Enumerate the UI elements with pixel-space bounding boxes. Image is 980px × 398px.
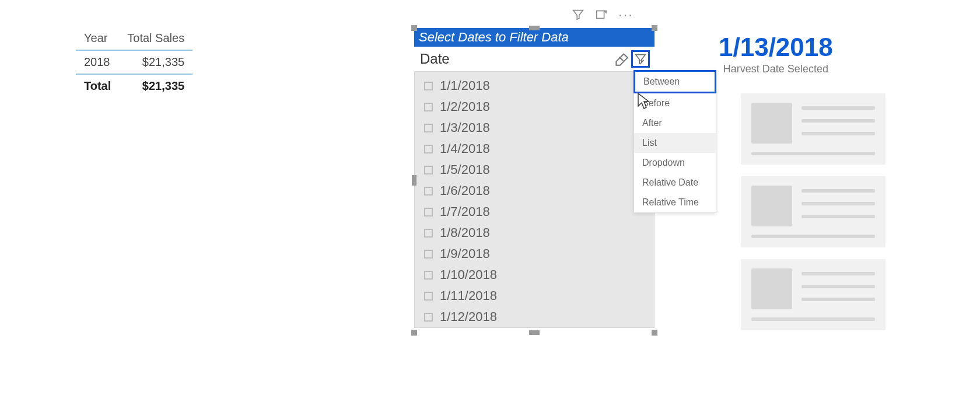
card-label: Harvest Date Selected [719,63,833,75]
dropdown-item-relative-time[interactable]: Relative Time [634,193,716,212]
more-options-icon[interactable]: ··· [618,8,634,21]
slicer-item-label: 1/1/2018 [440,78,490,93]
slicer-title: Select Dates to Filter Data [414,28,654,47]
slicer-item-label: 1/7/2018 [440,204,490,219]
slicer-item[interactable]: 1/12/2018 [415,306,654,327]
card-value: 1/13/2018 [719,33,833,62]
slicer-item[interactable]: 1/4/2018 [415,138,654,159]
slicer-item[interactable]: 1/5/2018 [415,159,654,180]
table-header-year[interactable]: Year [76,29,119,50]
placeholder-list [741,93,886,330]
slicer-item-label: 1/6/2018 [440,183,490,198]
table-visual: Year Total Sales 2018 $21,335 Total $21,… [76,29,192,97]
slicer-item-label: 1/9/2018 [440,246,490,261]
checkbox-icon[interactable] [424,145,433,153]
placeholder-item [741,176,886,247]
checkbox-icon[interactable] [424,103,433,111]
table-header-totalsales[interactable]: Total Sales [119,29,192,50]
cell-year: 2018 [76,50,119,74]
slicer-item[interactable]: 1/11/2018 [415,285,654,306]
dropdown-item-dropdown[interactable]: Dropdown [634,153,716,173]
resize-handle[interactable] [411,25,417,31]
slicer-item[interactable]: 1/13/2018 [415,327,654,328]
card-visual: 1/13/2018 Harvest Date Selected [719,33,833,75]
slicer-type-dropdown: BetweenBeforeAfterListDropdownRelative D… [634,70,716,213]
slicer-item-label: 1/12/2018 [440,309,497,324]
resize-handle[interactable] [652,330,657,336]
slicer-item[interactable]: 1/2/2018 [415,96,654,117]
checkbox-icon[interactable] [424,292,433,301]
slicer-field-label: Date [420,51,450,67]
dropdown-item-list[interactable]: List [634,133,716,153]
slicer-item-label: 1/10/2018 [440,267,497,282]
slicer-visual[interactable]: Select Dates to Filter Data Date 1/1/201… [414,28,654,333]
dropdown-item-between[interactable]: Between [634,70,716,93]
placeholder-item [741,259,886,330]
dropdown-item-after[interactable]: After [634,113,716,133]
placeholder-thumb [751,268,792,309]
visual-header: ··· [572,8,634,21]
checkbox-icon[interactable] [424,271,433,280]
checkbox-icon[interactable] [424,313,433,322]
slicer-item[interactable]: 1/8/2018 [415,222,654,243]
slicer-item-label: 1/2/2018 [440,99,490,114]
slicer-item-label: 1/8/2018 [440,225,490,240]
slicer-item[interactable]: 1/9/2018 [415,243,654,264]
table-row[interactable]: 2018 $21,335 [76,50,192,74]
filter-icon[interactable] [572,8,584,21]
eraser-icon[interactable] [614,51,629,67]
slicer-header: Date [414,47,654,71]
placeholder-thumb [751,186,792,226]
placeholder-item [741,93,886,165]
checkbox-icon[interactable] [424,250,433,259]
slicer-item[interactable]: 1/7/2018 [415,201,654,222]
slicer-item[interactable]: 1/1/2018 [415,75,654,96]
checkbox-icon[interactable] [424,82,433,90]
slicer-item[interactable]: 1/10/2018 [415,264,654,285]
slicer-item[interactable]: 1/6/2018 [415,180,654,201]
slicer-item-label: 1/11/2018 [440,288,497,303]
resize-handle[interactable] [529,330,540,335]
dropdown-item-relative-date[interactable]: Relative Date [634,173,716,193]
checkbox-icon[interactable] [424,187,433,195]
focus-mode-icon[interactable] [595,8,608,21]
table-total-row: Total $21,335 [76,74,192,97]
slicer-item-label: 1/5/2018 [440,162,490,177]
svg-rect-0 [597,11,604,19]
slicer-list[interactable]: 1/1/20181/2/20181/3/20181/4/20181/5/2018… [414,71,654,328]
resize-handle[interactable] [529,26,540,30]
resize-handle[interactable] [412,175,416,186]
checkbox-icon[interactable] [424,229,433,238]
resize-handle[interactable] [652,25,657,31]
checkbox-icon[interactable] [424,166,433,174]
checkbox-icon[interactable] [424,124,433,132]
slicer-type-button[interactable] [631,50,650,68]
placeholder-thumb [751,103,792,144]
slicer-item-label: 1/4/2018 [440,141,490,156]
slicer-item[interactable]: 1/3/2018 [415,117,654,138]
chevron-down-icon [634,53,647,65]
slicer-item-label: 1/3/2018 [440,120,490,135]
resize-handle[interactable] [411,330,417,336]
cell-sales: $21,335 [119,50,192,74]
total-value: $21,335 [119,74,192,97]
total-label: Total [76,74,119,97]
cursor-icon [637,92,651,110]
checkbox-icon[interactable] [424,208,433,217]
